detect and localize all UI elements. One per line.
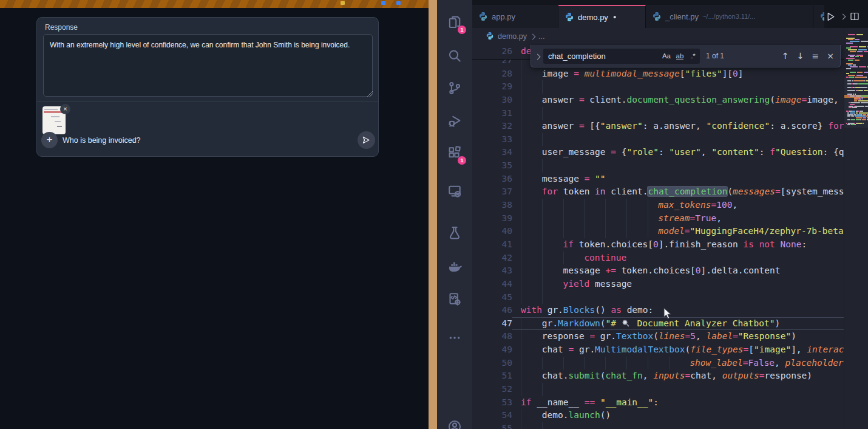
- code-line-40[interactable]: 40model="HuggingFaceH4/zephyr-7b-beta: [472, 225, 844, 238]
- resize-handle[interactable]: [367, 91, 373, 97]
- code-token: ==: [585, 397, 595, 407]
- line-number: 43: [472, 264, 521, 278]
- activity-item-explorer[interactable]: 1: [437, 12, 472, 32]
- code-token: :: [802, 239, 807, 249]
- activity-item-more[interactable]: [437, 328, 472, 348]
- code-line-35[interactable]: 35: [472, 159, 844, 173]
- find-input-box[interactable]: Aa ab .*: [543, 49, 700, 64]
- regex-toggle[interactable]: .*: [687, 52, 700, 60]
- code-line-55[interactable]: 55: [472, 422, 844, 429]
- breadcrumb[interactable]: demo.py ...: [472, 28, 844, 45]
- code-line-41[interactable]: 41if token.choices[0].finish_reason is n…: [472, 238, 844, 252]
- activity-item-source-control[interactable]: [437, 78, 472, 98]
- code-token: =: [568, 345, 574, 354]
- code-token: chat.: [542, 371, 569, 380]
- code-line-45[interactable]: 45: [472, 291, 844, 304]
- code-line-39[interactable]: 39stream=True,: [472, 212, 844, 225]
- minimap-line: [846, 56, 868, 57]
- run-dropdown-chevron-icon[interactable]: [840, 13, 846, 19]
- minimap-line: [846, 78, 868, 80]
- code-line-54[interactable]: 54demo.launch(): [472, 409, 844, 422]
- line-number: 55: [472, 422, 521, 429]
- add-file-button[interactable]: +: [41, 132, 58, 148]
- find-in-selection-button[interactable]: ≡: [812, 51, 819, 61]
- minimap-line: [846, 75, 868, 76]
- tab-_client.py[interactable]: _client.py~/.../python3.11/...: [646, 5, 813, 28]
- code-token: "#: [606, 318, 622, 328]
- code-editor[interactable]: 2728image = multimodal_message["files"][…: [472, 45, 868, 429]
- line-number: 34: [472, 146, 521, 159]
- code-line-31[interactable]: 31: [472, 107, 844, 120]
- breadcrumb-ellipsis[interactable]: ...: [538, 32, 544, 41]
- response-textbox[interactable]: With an extremely high level of confiden…: [43, 34, 373, 97]
- indent-guides: [521, 173, 542, 186]
- code-token: gr.: [574, 345, 595, 354]
- code-line-53[interactable]: 53if __name__ == "__main__":: [472, 396, 844, 410]
- code-line-50[interactable]: 50show_label=False, placeholder=": [472, 357, 844, 370]
- activity-item-testing[interactable]: [437, 222, 472, 243]
- code-line-36[interactable]: 36message = "": [472, 173, 844, 186]
- chat-input[interactable]: Who is being invoiced?: [63, 136, 141, 145]
- python-file-icon: [652, 12, 662, 21]
- remove-attachment-button[interactable]: ×: [60, 104, 70, 114]
- whole-word-toggle[interactable]: ab: [673, 52, 687, 60]
- toggle-replace-chevron[interactable]: [531, 50, 543, 61]
- breadcrumb-file[interactable]: demo.py: [498, 32, 527, 41]
- tab-app.py[interactable]: app.py: [472, 5, 558, 28]
- next-match-button[interactable]: ↓: [797, 51, 804, 61]
- code-line-34[interactable]: 34user_message = {"role": "user", "conte…: [472, 146, 844, 159]
- code-line-46[interactable]: 46with gr.Blocks() as demo:: [472, 304, 844, 317]
- send-button[interactable]: [358, 131, 375, 149]
- tab-demo.py[interactable]: demo.py●: [558, 5, 646, 28]
- code-token: ,: [716, 213, 722, 223]
- code-line-48[interactable]: 48response = gr.Textbox(lines=5, label="…: [472, 330, 844, 343]
- close-find-button[interactable]: ×: [827, 51, 834, 61]
- code-line-28[interactable]: 28image = multimodal_message["files"][0]: [472, 67, 844, 81]
- code-line-37[interactable]: 37for token in client.chat_completion(me…: [472, 185, 844, 199]
- activity-item-run-debug[interactable]: [437, 111, 472, 131]
- code-line-44[interactable]: 44yield message: [472, 278, 844, 291]
- code-token: stream: [658, 213, 690, 223]
- line-number: 53: [472, 396, 521, 410]
- code-line-52[interactable]: 52: [472, 383, 844, 396]
- code-token: (: [727, 187, 733, 196]
- code-line-38[interactable]: 38max_tokens=100,: [472, 199, 844, 212]
- activity-item-remote-explorer[interactable]: [437, 180, 472, 201]
- code-line-51[interactable]: 51chat.submit(chat_fn, inputs=chat, outp…: [472, 369, 844, 383]
- minimap-line: [846, 61, 868, 63]
- code-line-43[interactable]: 43message += token.choices[0].delta.cont…: [472, 264, 844, 278]
- code-line-32[interactable]: 32answer = [{"answer": a.answer, "confid…: [472, 120, 844, 133]
- activity-item-extensions[interactable]: 1: [437, 142, 472, 163]
- minimap-line: [846, 106, 868, 107]
- run-python-file-button[interactable]: [826, 12, 836, 22]
- code-line-49[interactable]: 49chat = gr.MultimodalTextbox(file_types…: [472, 343, 844, 357]
- code-token: [: [748, 345, 754, 354]
- code-line-33[interactable]: 33: [472, 133, 844, 146]
- activity-item-search[interactable]: [437, 46, 472, 66]
- activity-item-accounts[interactable]: [437, 416, 472, 429]
- find-input[interactable]: [543, 51, 660, 61]
- code-lines: 2728image = multimodal_message["files"][…: [472, 54, 844, 429]
- activity-item-api-tools[interactable]: [437, 289, 472, 309]
- code-line-30[interactable]: 30answer = client.document_question_answ…: [472, 94, 844, 107]
- code-token: =: [589, 331, 595, 341]
- code-line-47[interactable]: 47gr.Markdown("# Document Analyzer Chatb…: [472, 317, 844, 331]
- minimap-line: [846, 72, 868, 73]
- code-token: : a.answer,: [643, 121, 707, 131]
- minimap-line: [846, 43, 868, 44]
- code-token: continue: [584, 253, 626, 263]
- minimap[interactable]: [844, 28, 868, 429]
- line-number: 39: [472, 212, 521, 225]
- code-token: : a.score}: [770, 121, 828, 131]
- activity-item-docker[interactable]: [437, 257, 472, 278]
- code-token: False: [748, 358, 775, 368]
- code-line-42[interactable]: 42continue: [472, 252, 844, 265]
- code-token: token.choices[: [616, 266, 696, 275]
- code-token: chat_completion: [648, 187, 727, 196]
- match-case-toggle[interactable]: Aa: [660, 52, 673, 60]
- previous-match-button[interactable]: ↑: [782, 51, 789, 61]
- code-line-29[interactable]: 29: [472, 80, 844, 94]
- split-editor-button[interactable]: [850, 12, 860, 21]
- badge: 1: [458, 26, 466, 34]
- minimap-line: [846, 66, 868, 67]
